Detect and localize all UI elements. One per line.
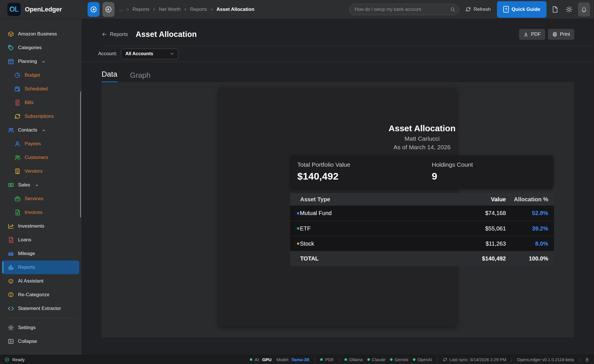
building-icon [14,168,21,174]
table-total-row: TOTAL $140,492 100.0% [290,251,554,266]
sidebar-item-customers[interactable]: Customers [0,151,82,164]
green-dot-icon [413,358,415,361]
sidebar-item-contacts[interactable]: Contacts [0,123,82,137]
sidebar-item-statement-extractor[interactable]: Statement Extractor [0,302,82,315]
sidebar-item-mileage[interactable]: Mileage [0,247,82,260]
car-icon [8,250,14,257]
users-icon [8,127,14,133]
search-input[interactable] [349,4,459,15]
sidebar-item-label: Planning [18,59,37,64]
app-window: OL OpenLedger ...>Reports>Net Worth>Repo… [0,0,594,364]
briefcase-icon [14,196,21,202]
sidebar-item-label: Amazon Business [18,31,57,37]
back-to-reports-link[interactable]: Reports [102,31,128,37]
sidebar-item-investments[interactable]: Investments [0,219,82,233]
breadcrumb-item[interactable]: Reports [132,7,150,12]
document-button[interactable] [549,3,561,15]
sidebar-item-invoices[interactable]: Invoices [0,206,82,219]
tab-graph[interactable]: Graph [130,71,151,83]
breadcrumb-item: Asset Allocation [217,7,255,12]
asset-allocation-percent: 8.0% [511,240,554,247]
allocation-table: Asset Type Value Allocation % Mutual Fun… [290,193,554,266]
header-actions: PDF Print [519,29,574,40]
sidebar-item-bills[interactable]: Bills [0,96,82,110]
breadcrumb-item[interactable]: Reports [190,7,207,12]
lock-icon [585,357,589,362]
app-logo: OL [7,3,21,16]
sidebar-item-re-categorize[interactable]: Re-Categorize [0,288,82,302]
report-heading: Asset Allocation Matt Carlucci As of Mar… [345,123,499,152]
sidebar-item-settings[interactable]: Settings [0,321,82,335]
sidebar-item-label: Mileage [18,251,35,256]
download-icon [523,32,528,37]
nav-back-button[interactable] [88,2,100,17]
tag-icon [8,45,14,51]
asset-type-label: Mutual Fund [300,210,332,216]
pie-icon [14,72,21,78]
account-select[interactable]: All Accounts [121,49,178,59]
sidebar-item-label: Sales [18,182,30,188]
nav-forward-button[interactable] [102,2,114,17]
trending-up-icon [8,223,14,229]
sidebar-scrollbar[interactable] [80,92,81,217]
green-dot-icon [344,358,347,361]
sidebar-item-budget[interactable]: Budget [0,68,82,82]
sidebar-item-ai-assistant[interactable]: AI Assistant [0,274,82,288]
sidebar-item-sales[interactable]: Sales [0,178,82,192]
circle-arrow-right-icon [105,6,112,13]
bar-chart-icon [8,264,14,270]
print-button[interactable]: Print [548,29,574,40]
sidebar-item-subscriptions[interactable]: Subscriptions [0,110,82,123]
stat-total-portfolio-value: Total Portfolio Value $140,492 [297,161,350,182]
green-dot-icon [250,358,252,361]
sidebar-item-label: Reports [18,264,35,270]
sidebar-item-loans[interactable]: Loans [0,233,82,247]
report-tabs: Data Graph [82,62,594,83]
sidebar-item-label: Loans [18,237,31,243]
sidebar-item-scheduled[interactable]: Scheduled [0,82,82,96]
sidebar-item-label: Bills [25,100,33,106]
series-dot-icon [297,227,299,230]
series-dot-icon [297,212,299,214]
bell-icon [581,6,587,13]
sidebar-item-planning[interactable]: Planning [0,55,82,68]
asset-allocation-percent: 39.2% [511,225,554,232]
tab-data[interactable]: Data [102,70,117,83]
top-bar: OL OpenLedger ...>Reports>Net Worth>Repo… [0,0,594,19]
sidebar-item-reports[interactable]: Reports [2,260,79,274]
sidebar-item-label: Payees [25,141,41,147]
sidebar-item-label: Customers [25,155,48,160]
quick-guide-button[interactable]: ? Quick Guide [497,1,547,18]
sidebar-item-label: AI Assistant [18,278,43,284]
status-indicators: AI: GPU Model: llama-3B | PDF | OllamaCl… [250,357,589,362]
sidebar-item-vendors[interactable]: Vendors [0,164,82,178]
theme-toggle-button[interactable] [563,3,575,15]
users-icon [14,154,21,161]
sidebar-item-label: Re-Categorize [18,292,50,298]
calendar-clock-icon [14,86,21,92]
breadcrumb: ...>Reports>Net Worth>Reports>Asset Allo… [119,7,254,12]
collapse-icon [8,338,14,345]
brain-icon [8,292,14,298]
refresh-button[interactable]: Refresh [466,7,491,12]
sidebar-item-services[interactable]: Services [0,192,82,206]
sidebar-item-collapse[interactable]: Collapse [0,335,82,348]
sidebar-item-label: Contacts [18,127,37,133]
file-text-icon [14,209,21,216]
green-dot-icon [390,358,393,361]
sidebar-item-amazon-business[interactable]: Amazon Business [0,27,82,41]
status-bar: Ready AI: GPU Model: llama-3B | PDF | Ol… [0,355,594,364]
pdf-button[interactable]: PDF [519,29,545,40]
sidebar-item-payees[interactable]: Payees [0,137,82,151]
notifications-button[interactable] [578,2,590,17]
sidebar-item-label: Investments [18,223,44,229]
breadcrumb-separator: > [211,7,213,12]
ai-status: AI: GPU [250,357,272,362]
breadcrumb-item[interactable]: Net Worth [159,7,181,12]
sidebar-item-label: Invoices [25,210,42,215]
breadcrumb-item[interactable]: ... [119,7,123,12]
report-panel: Asset Allocation Matt Carlucci As of Mar… [102,82,574,337]
sidebar-item-label: Services [25,196,43,202]
sidebar-item-categories[interactable]: Categories [0,41,82,55]
green-dot-icon [320,358,323,361]
